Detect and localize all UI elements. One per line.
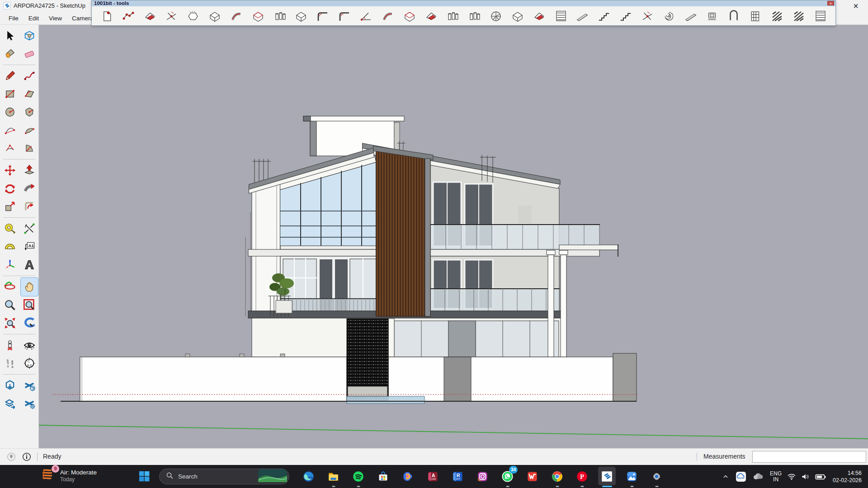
palette-tool-rectangle-icon[interactable] <box>1 85 19 103</box>
1001bit-toolbar-titlebar[interactable]: 1001bit - tools x <box>92 0 835 6</box>
taskbar-app-photos-icon[interactable] <box>619 465 644 488</box>
1001bit-tool-screen-panel-icon[interactable] <box>703 8 721 25</box>
onedrive-icon[interactable] <box>732 468 750 486</box>
info-icon[interactable] <box>22 452 32 464</box>
search-highlight-image[interactable] <box>258 469 287 484</box>
clock[interactable]: 14:56 02-02-2026 <box>833 469 862 484</box>
taskbar-app-settings-icon[interactable] <box>644 465 669 488</box>
palette-tool-pan-icon[interactable] <box>21 278 38 296</box>
menu-edit[interactable]: Edit <box>24 13 44 23</box>
palette-tool-make-component-icon[interactable] <box>21 27 38 45</box>
palette-tool-arc-icon[interactable] <box>1 121 19 139</box>
language-indicator[interactable]: ENG IN <box>767 471 785 483</box>
taskbar-app-pinterest-icon[interactable]: P <box>570 465 594 488</box>
1001bit-tool-hatch-pattern-icon[interactable] <box>769 8 786 25</box>
taskbar-app-wps-office-icon[interactable] <box>520 465 545 488</box>
taskbar-app-spotify-icon[interactable] <box>346 465 371 488</box>
1001bit-toolbar[interactable]: 1001bit - tools x <box>91 0 836 26</box>
1001bit-tool-dome-column-icon[interactable] <box>271 8 288 25</box>
1001bit-tool-door-frame-icon[interactable] <box>725 8 742 25</box>
1001bit-tool-offset-curve-icon[interactable] <box>379 8 396 25</box>
palette-tool-swap-refresh-icon[interactable] <box>21 376 38 394</box>
palette-tool-rotated-rectangle-icon[interactable] <box>21 85 38 103</box>
menu-view[interactable]: View <box>44 13 67 23</box>
weather-widget[interactable]: 9 Air: Moderate Today <box>40 466 97 485</box>
taskbar-app-revit-icon[interactable]: RRVT <box>445 465 470 488</box>
1001bit-tool-push-face-icon[interactable] <box>142 8 159 25</box>
taskbar-app-whatsapp-icon[interactable]: 34 <box>495 465 520 488</box>
1001bit-tool-taper-cone-icon[interactable] <box>423 8 440 25</box>
palette-tool-3d-text-icon[interactable] <box>21 256 38 274</box>
palette-tool-polygon-icon[interactable] <box>21 103 38 121</box>
palette-tool-freehand-icon[interactable] <box>21 67 38 85</box>
1001bit-tool-fillet-corner-icon[interactable] <box>314 8 331 25</box>
palette-tool-text-icon[interactable]: A1 <box>21 238 38 256</box>
1001bit-tool-louver-block-icon[interactable] <box>812 8 829 25</box>
palette-tool-dimension-icon[interactable] <box>21 220 38 238</box>
1001bit-tool-flip-panel-icon[interactable] <box>531 8 548 25</box>
1001bit-tool-polygon-dashed-icon[interactable] <box>184 8 202 25</box>
1001bit-tool-cage-box-icon[interactable] <box>401 8 418 25</box>
palette-tool-orbit-icon[interactable] <box>1 278 19 296</box>
palette-tool-swap-settings-icon[interactable] <box>21 394 38 413</box>
taskbar-app-chrome-icon[interactable] <box>545 465 570 488</box>
1001bit-tool-columns-ring-icon[interactable] <box>487 8 505 25</box>
1001bit-tool-solid-block-icon[interactable] <box>206 8 223 25</box>
tray-chevron-icon[interactable] <box>719 468 732 486</box>
palette-tool-section-plane-icon[interactable]: CA-S <box>21 354 38 372</box>
palette-tool-zoom-icon[interactable] <box>1 296 19 314</box>
palette-tool-tape-measure-icon[interactable] <box>1 220 19 238</box>
palette-tool-move-icon[interactable] <box>1 161 19 179</box>
taskbar-app-edge-icon[interactable] <box>296 465 321 488</box>
palette-tool-push-pull-icon[interactable] <box>21 161 38 179</box>
1001bit-close-icon[interactable]: x <box>827 1 834 5</box>
start-button[interactable] <box>138 470 151 483</box>
palette-tool-rotate-icon[interactable] <box>1 179 19 197</box>
1001bit-tool-axis-box-icon[interactable] <box>292 8 310 25</box>
1001bit-tool-ramp-icon[interactable] <box>574 8 591 25</box>
1001bit-tool-columns-row-icon[interactable] <box>444 8 461 25</box>
1001bit-tool-chamfer-corner-icon[interactable] <box>336 8 353 25</box>
menu-file[interactable]: File <box>4 13 24 23</box>
palette-tool-position-camera-icon[interactable] <box>1 336 19 354</box>
1001bit-tool-stairs-branch-icon[interactable] <box>639 8 656 25</box>
palette-tool-axes-icon[interactable] <box>1 256 19 274</box>
geolocation-icon[interactable] <box>6 452 16 464</box>
taskbar-app-autocad-icon[interactable]: ACAD <box>420 465 445 488</box>
1001bit-tool-intersect-lines-icon[interactable] <box>163 8 180 25</box>
palette-tool-pie-icon[interactable] <box>21 139 38 157</box>
palette-tool-export-layers-icon[interactable] <box>1 394 19 413</box>
palette-tool-paint-bucket-icon[interactable] <box>1 45 19 63</box>
cloud-icon[interactable] <box>750 468 767 486</box>
1001bit-tool-stairs-steps-icon[interactable] <box>617 8 634 25</box>
palette-tool-circle-icon[interactable] <box>1 103 19 121</box>
1001bit-tool-extrude-face-icon[interactable] <box>98 8 115 25</box>
palette-tool-two-point-arc-icon[interactable] <box>21 121 38 139</box>
viewport[interactable] <box>39 25 868 448</box>
palette-tool-previous-icon[interactable] <box>21 314 38 332</box>
palette-tool-walk-icon[interactable] <box>1 354 19 372</box>
palette-tool-follow-me-icon[interactable] <box>21 179 38 197</box>
1001bit-tool-shelf-stack-icon[interactable] <box>552 8 570 25</box>
1001bit-tool-spiral-stair-icon[interactable] <box>660 8 678 25</box>
window-close-icon[interactable]: × <box>849 0 863 12</box>
battery-icon[interactable] <box>812 468 829 486</box>
search-box[interactable]: Search <box>159 469 289 484</box>
palette-tool-line-icon[interactable] <box>1 67 19 85</box>
measurements-input[interactable] <box>752 451 866 463</box>
palette-tool-zoom-window-icon[interactable] <box>21 296 38 314</box>
taskbar-app-instagram-icon[interactable] <box>470 465 495 488</box>
palette-tool-offset-icon[interactable] <box>21 197 38 216</box>
1001bit-tool-grille-window-icon[interactable] <box>747 8 764 25</box>
1001bit-tool-stairs-flat-icon[interactable] <box>595 8 613 25</box>
palette-tool-scale-icon[interactable] <box>1 197 19 216</box>
palette-tool-eraser-icon[interactable] <box>21 45 38 63</box>
palette-tool-three-point-arc-icon[interactable] <box>1 139 19 157</box>
volume-icon[interactable] <box>798 468 812 486</box>
1001bit-tool-bend-curve-icon[interactable] <box>228 8 245 25</box>
1001bit-tool-box-frame-icon[interactable] <box>250 8 267 25</box>
palette-tool-select-icon[interactable] <box>1 27 19 45</box>
taskbar-app-ms-store-icon[interactable] <box>371 465 396 488</box>
1001bit-tool-fold-panel-icon[interactable] <box>509 8 526 25</box>
palette-tool-import-3d-icon[interactable] <box>1 376 19 394</box>
